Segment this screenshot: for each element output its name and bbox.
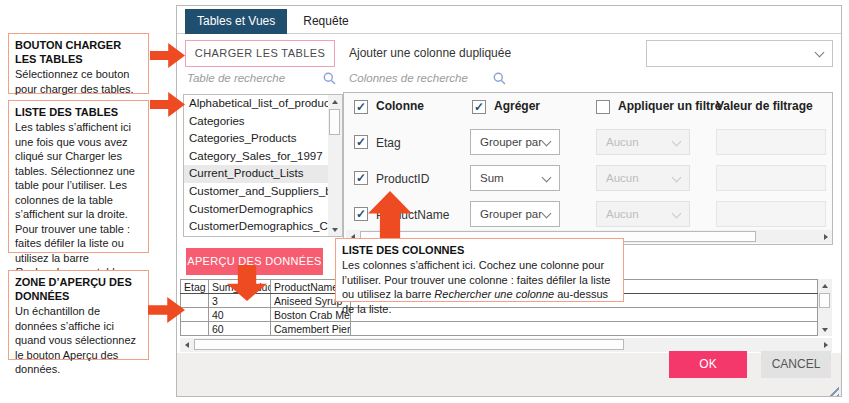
callout-title: ZONE D’APERÇU DES DONNÉES	[15, 275, 142, 303]
search-icon[interactable]	[493, 72, 506, 85]
callout-body: Un échantillon de données s’affiche ici …	[15, 304, 142, 377]
aggregate-header-label: Agréger	[494, 99, 540, 113]
scrollbar-thumb[interactable]	[194, 339, 624, 350]
table-list-item[interactable]: Alphabetical_list_of_products	[184, 95, 328, 113]
callout-body: Les colonnes s’affichent ici. Cochez une…	[342, 258, 617, 316]
filter-dropdown: Aucun	[596, 201, 690, 227]
row-checkbox[interactable]: ✓	[354, 135, 368, 149]
filter-header-checkbox[interactable]	[596, 100, 610, 114]
scroll-left-icon[interactable]	[180, 338, 193, 351]
tab-bar: Tables et Vues Requête	[185, 9, 361, 34]
chevron-down-icon	[542, 209, 552, 219]
column-name: Etag	[376, 136, 401, 150]
table-list-item[interactable]: Category_Sales_for_1997	[184, 148, 328, 166]
column-header-checkbox[interactable]: ✓	[354, 100, 368, 114]
table-list-items: Alphabetical_list_of_products Categories…	[184, 95, 328, 236]
check-icon: ✓	[356, 100, 366, 114]
table-list: Alphabetical_list_of_products Categories…	[183, 94, 343, 237]
chevron-down-icon	[542, 173, 552, 183]
chevron-down-icon	[815, 48, 825, 58]
scroll-right-icon[interactable]	[819, 338, 832, 351]
filter-value-input	[716, 201, 826, 227]
callout-table-list: LISTE DES TABLES Les tables s’affichent …	[8, 100, 149, 253]
scrollbar-thumb[interactable]	[329, 109, 340, 135]
scroll-up-icon[interactable]	[328, 95, 341, 108]
aggregate-dropdown[interactable]: Grouper par	[470, 129, 560, 155]
check-icon: ✓	[474, 100, 484, 114]
table-list-item[interactable]: Customer_and_Suppliers_by_Cit	[184, 183, 328, 201]
load-tables-dialog: Tables et Vues Requête CHARGER LES TABLE…	[176, 5, 842, 397]
callout-column-list: LISTE DES COLONNES Les colonnes s’affich…	[335, 238, 624, 302]
callout-body: Sélectionnez ce bouton pour charger des …	[15, 67, 142, 96]
aggregate-dropdown[interactable]: Grouper par	[470, 201, 560, 227]
preview-vscrollbar[interactable]	[818, 279, 832, 336]
filter-value-input	[716, 129, 826, 155]
scrollbar-thumb[interactable]	[819, 293, 830, 308]
callout-preview-zone: ZONE D’APERÇU DES DONNÉES Un échantillon…	[8, 270, 149, 360]
column-search-input[interactable]: Colonnes de recherche	[349, 72, 468, 84]
annotated-screenshot: BOUTON CHARGER LES TABLES Sélectionnez c…	[0, 0, 849, 403]
scroll-right-icon[interactable]	[819, 230, 832, 243]
cancel-button[interactable]: CANCEL	[761, 351, 831, 378]
callout-title: LISTE DES TABLES	[15, 105, 142, 119]
column-name: ProductID	[376, 172, 429, 186]
callout-charger-button: BOUTON CHARGER LES TABLES Sélectionnez c…	[8, 33, 149, 94]
scroll-up-icon[interactable]	[818, 279, 831, 292]
filter-dropdown: Aucun	[596, 165, 690, 191]
ok-button[interactable]: OK	[669, 351, 747, 378]
row-checkbox[interactable]: ✓	[354, 171, 368, 185]
filter-header-label: Appliquer un filtre	[618, 99, 721, 113]
table-list-item[interactable]: CustomerDemographics_Custor	[184, 218, 328, 236]
table-list-item[interactable]: Categories_Products	[184, 130, 328, 148]
tab-tables-et-vues[interactable]: Tables et Vues	[185, 9, 287, 34]
filter-value-header-label: Valeur de filtrage	[716, 99, 813, 113]
scroll-down-icon[interactable]	[818, 323, 831, 336]
duplicate-column-dropdown[interactable]	[646, 40, 833, 67]
check-icon: ✓	[356, 207, 366, 221]
table-list-scrollbar[interactable]	[328, 95, 342, 236]
chevron-down-icon	[542, 137, 552, 147]
callout-body: Les tables s’affichent ici une fois que …	[15, 120, 142, 280]
preview-row: 60 Camembert Pierrot	[181, 322, 818, 336]
table-search-input[interactable]: Table de recherche	[187, 72, 285, 84]
filter-value-input	[716, 165, 826, 191]
callout-title: BOUTON CHARGER LES TABLES	[15, 38, 142, 66]
filter-dropdown: Aucun	[596, 129, 690, 155]
table-list-item[interactable]: Categories	[184, 113, 328, 131]
scroll-down-icon[interactable]	[328, 223, 341, 236]
callout-title: LISTE DES COLONNES	[342, 243, 617, 257]
table-list-item[interactable]: CustomerDemographics	[184, 201, 328, 219]
aggregate-header-checkbox[interactable]: ✓	[472, 100, 486, 114]
check-icon: ✓	[356, 171, 366, 185]
chevron-down-icon	[672, 137, 682, 147]
chevron-down-icon	[672, 173, 682, 183]
search-icon[interactable]	[323, 72, 336, 85]
load-tables-button[interactable]: CHARGER LES TABLES	[185, 40, 335, 67]
columns-grid: ✓ Colonne ✓ Agréger Appliquer un filtre …	[343, 92, 833, 245]
row-checkbox[interactable]: ✓	[354, 207, 368, 221]
table-list-item-selected[interactable]: Current_Product_Lists	[184, 165, 328, 183]
aggregate-dropdown[interactable]: Sum	[470, 165, 560, 191]
chevron-down-icon	[672, 209, 682, 219]
duplicate-column-label: Ajouter une colonne dupliquée	[349, 46, 511, 60]
check-icon: ✓	[356, 135, 366, 149]
column-header-label: Colonne	[376, 99, 424, 113]
preview-header-cell: Etag	[181, 280, 209, 294]
tab-requete[interactable]: Requête	[291, 9, 360, 34]
preview-hscrollbar[interactable]	[180, 338, 832, 352]
